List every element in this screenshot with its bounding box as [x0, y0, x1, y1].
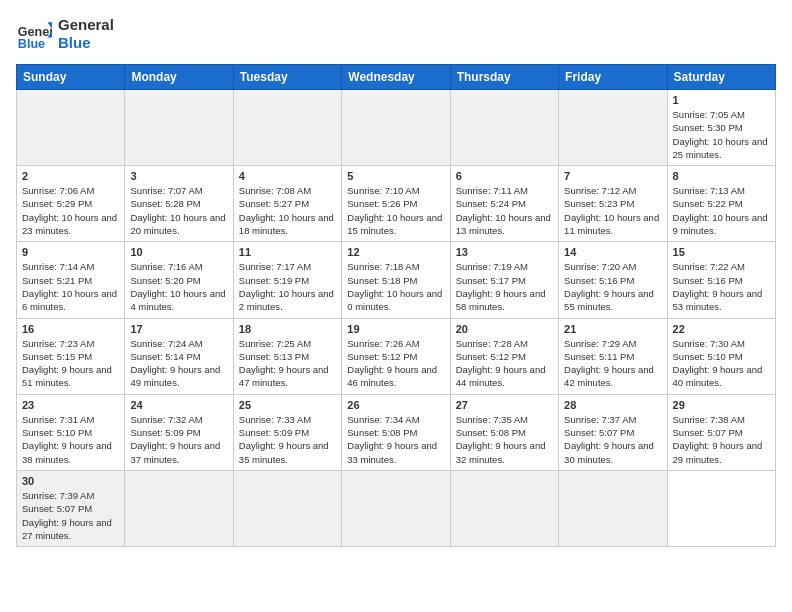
- day-info: Sunrise: 7:35 AMSunset: 5:08 PMDaylight:…: [456, 413, 553, 466]
- calendar-day-cell: 24Sunrise: 7:32 AMSunset: 5:09 PMDayligh…: [125, 394, 233, 470]
- weekday-header-row: SundayMondayTuesdayWednesdayThursdayFrid…: [17, 65, 776, 90]
- calendar-day-cell: [342, 470, 450, 546]
- calendar-day-cell: [125, 90, 233, 166]
- calendar-day-cell: [17, 90, 125, 166]
- calendar-day-cell: 6Sunrise: 7:11 AMSunset: 5:24 PMDaylight…: [450, 166, 558, 242]
- calendar-day-cell: 17Sunrise: 7:24 AMSunset: 5:14 PMDayligh…: [125, 318, 233, 394]
- page-header: General Blue General Blue: [16, 16, 776, 52]
- day-number: 22: [673, 323, 770, 335]
- calendar-day-cell: 27Sunrise: 7:35 AMSunset: 5:08 PMDayligh…: [450, 394, 558, 470]
- day-number: 23: [22, 399, 119, 411]
- day-info: Sunrise: 7:10 AMSunset: 5:26 PMDaylight:…: [347, 184, 444, 237]
- day-number: 9: [22, 246, 119, 258]
- day-info: Sunrise: 7:05 AMSunset: 5:30 PMDaylight:…: [673, 108, 770, 161]
- day-info: Sunrise: 7:29 AMSunset: 5:11 PMDaylight:…: [564, 337, 661, 390]
- day-info: Sunrise: 7:16 AMSunset: 5:20 PMDaylight:…: [130, 260, 227, 313]
- day-number: 19: [347, 323, 444, 335]
- day-info: Sunrise: 7:18 AMSunset: 5:18 PMDaylight:…: [347, 260, 444, 313]
- day-number: 7: [564, 170, 661, 182]
- day-number: 2: [22, 170, 119, 182]
- day-number: 12: [347, 246, 444, 258]
- day-number: 4: [239, 170, 336, 182]
- day-info: Sunrise: 7:37 AMSunset: 5:07 PMDaylight:…: [564, 413, 661, 466]
- day-info: Sunrise: 7:12 AMSunset: 5:23 PMDaylight:…: [564, 184, 661, 237]
- calendar-day-cell: 11Sunrise: 7:17 AMSunset: 5:19 PMDayligh…: [233, 242, 341, 318]
- day-number: 21: [564, 323, 661, 335]
- day-number: 25: [239, 399, 336, 411]
- calendar-day-cell: 13Sunrise: 7:19 AMSunset: 5:17 PMDayligh…: [450, 242, 558, 318]
- day-info: Sunrise: 7:11 AMSunset: 5:24 PMDaylight:…: [456, 184, 553, 237]
- day-info: Sunrise: 7:32 AMSunset: 5:09 PMDaylight:…: [130, 413, 227, 466]
- calendar-day-cell: 1Sunrise: 7:05 AMSunset: 5:30 PMDaylight…: [667, 90, 775, 166]
- day-number: 3: [130, 170, 227, 182]
- day-number: 6: [456, 170, 553, 182]
- day-number: 10: [130, 246, 227, 258]
- calendar-day-cell: [342, 90, 450, 166]
- day-info: Sunrise: 7:14 AMSunset: 5:21 PMDaylight:…: [22, 260, 119, 313]
- day-number: 8: [673, 170, 770, 182]
- weekday-header: Friday: [559, 65, 667, 90]
- calendar-day-cell: 5Sunrise: 7:10 AMSunset: 5:26 PMDaylight…: [342, 166, 450, 242]
- calendar-day-cell: 20Sunrise: 7:28 AMSunset: 5:12 PMDayligh…: [450, 318, 558, 394]
- calendar-week-row: 9Sunrise: 7:14 AMSunset: 5:21 PMDaylight…: [17, 242, 776, 318]
- weekday-header: Saturday: [667, 65, 775, 90]
- day-number: 1: [673, 94, 770, 106]
- calendar: SundayMondayTuesdayWednesdayThursdayFrid…: [16, 64, 776, 547]
- calendar-week-row: 2Sunrise: 7:06 AMSunset: 5:29 PMDaylight…: [17, 166, 776, 242]
- calendar-day-cell: [559, 470, 667, 546]
- calendar-day-cell: [450, 90, 558, 166]
- calendar-day-cell: 9Sunrise: 7:14 AMSunset: 5:21 PMDaylight…: [17, 242, 125, 318]
- day-number: 13: [456, 246, 553, 258]
- weekday-header: Sunday: [17, 65, 125, 90]
- day-info: Sunrise: 7:23 AMSunset: 5:15 PMDaylight:…: [22, 337, 119, 390]
- day-info: Sunrise: 7:39 AMSunset: 5:07 PMDaylight:…: [22, 489, 119, 542]
- calendar-day-cell: [125, 470, 233, 546]
- day-info: Sunrise: 7:26 AMSunset: 5:12 PMDaylight:…: [347, 337, 444, 390]
- day-number: 15: [673, 246, 770, 258]
- calendar-day-cell: [233, 90, 341, 166]
- day-number: 24: [130, 399, 227, 411]
- day-number: 29: [673, 399, 770, 411]
- calendar-week-row: 16Sunrise: 7:23 AMSunset: 5:15 PMDayligh…: [17, 318, 776, 394]
- day-number: 26: [347, 399, 444, 411]
- weekday-header: Tuesday: [233, 65, 341, 90]
- day-number: 11: [239, 246, 336, 258]
- weekday-header: Monday: [125, 65, 233, 90]
- calendar-day-cell: 25Sunrise: 7:33 AMSunset: 5:09 PMDayligh…: [233, 394, 341, 470]
- calendar-day-cell: 14Sunrise: 7:20 AMSunset: 5:16 PMDayligh…: [559, 242, 667, 318]
- calendar-day-cell: 23Sunrise: 7:31 AMSunset: 5:10 PMDayligh…: [17, 394, 125, 470]
- calendar-day-cell: 26Sunrise: 7:34 AMSunset: 5:08 PMDayligh…: [342, 394, 450, 470]
- day-info: Sunrise: 7:34 AMSunset: 5:08 PMDaylight:…: [347, 413, 444, 466]
- calendar-day-cell: [233, 470, 341, 546]
- calendar-day-cell: 22Sunrise: 7:30 AMSunset: 5:10 PMDayligh…: [667, 318, 775, 394]
- calendar-day-cell: 30Sunrise: 7:39 AMSunset: 5:07 PMDayligh…: [17, 470, 125, 546]
- day-info: Sunrise: 7:31 AMSunset: 5:10 PMDaylight:…: [22, 413, 119, 466]
- day-number: 16: [22, 323, 119, 335]
- calendar-day-cell: 21Sunrise: 7:29 AMSunset: 5:11 PMDayligh…: [559, 318, 667, 394]
- svg-text:Blue: Blue: [18, 37, 45, 51]
- calendar-day-cell: 8Sunrise: 7:13 AMSunset: 5:22 PMDaylight…: [667, 166, 775, 242]
- logo: General Blue General Blue: [16, 16, 114, 52]
- day-number: 28: [564, 399, 661, 411]
- day-info: Sunrise: 7:06 AMSunset: 5:29 PMDaylight:…: [22, 184, 119, 237]
- day-info: Sunrise: 7:22 AMSunset: 5:16 PMDaylight:…: [673, 260, 770, 313]
- logo-blue-text: Blue: [58, 34, 114, 52]
- calendar-day-cell: 3Sunrise: 7:07 AMSunset: 5:28 PMDaylight…: [125, 166, 233, 242]
- day-info: Sunrise: 7:19 AMSunset: 5:17 PMDaylight:…: [456, 260, 553, 313]
- logo-icon: General Blue: [16, 16, 52, 52]
- calendar-week-row: 23Sunrise: 7:31 AMSunset: 5:10 PMDayligh…: [17, 394, 776, 470]
- day-info: Sunrise: 7:25 AMSunset: 5:13 PMDaylight:…: [239, 337, 336, 390]
- day-number: 30: [22, 475, 119, 487]
- calendar-day-cell: 16Sunrise: 7:23 AMSunset: 5:15 PMDayligh…: [17, 318, 125, 394]
- day-info: Sunrise: 7:38 AMSunset: 5:07 PMDaylight:…: [673, 413, 770, 466]
- day-number: 27: [456, 399, 553, 411]
- day-info: Sunrise: 7:07 AMSunset: 5:28 PMDaylight:…: [130, 184, 227, 237]
- day-number: 17: [130, 323, 227, 335]
- weekday-header: Wednesday: [342, 65, 450, 90]
- day-number: 5: [347, 170, 444, 182]
- day-info: Sunrise: 7:30 AMSunset: 5:10 PMDaylight:…: [673, 337, 770, 390]
- day-info: Sunrise: 7:33 AMSunset: 5:09 PMDaylight:…: [239, 413, 336, 466]
- calendar-week-row: 1Sunrise: 7:05 AMSunset: 5:30 PMDaylight…: [17, 90, 776, 166]
- day-info: Sunrise: 7:20 AMSunset: 5:16 PMDaylight:…: [564, 260, 661, 313]
- day-info: Sunrise: 7:28 AMSunset: 5:12 PMDaylight:…: [456, 337, 553, 390]
